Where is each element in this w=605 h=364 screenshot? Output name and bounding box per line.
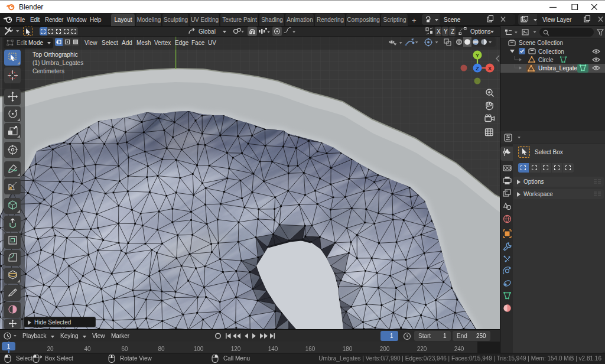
svg-text:Y: Y	[476, 53, 479, 58]
svg-text:Z: Z	[476, 66, 479, 72]
svg-text:X: X	[488, 66, 492, 72]
